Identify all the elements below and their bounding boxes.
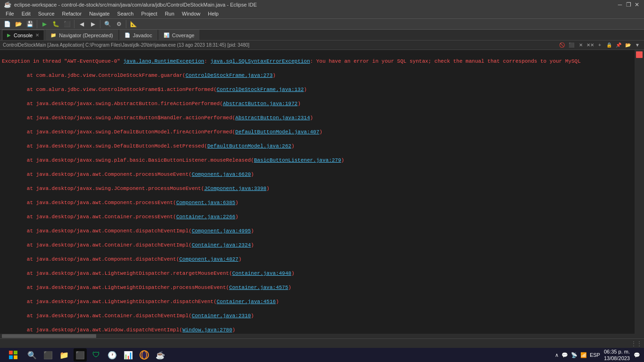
menu-search[interactable]: Search — [114, 10, 138, 17]
toolbar-sep-1 — [37, 20, 37, 28]
console-info: ControlDeStockMain [Java Application] C:… — [3, 42, 249, 48]
explorer-taskbar[interactable]: 📁 — [58, 348, 71, 362]
windows-icon — [9, 351, 17, 359]
antivirus-taskbar[interactable]: 🛡 — [90, 348, 103, 362]
toolbar-open[interactable]: 📂 — [13, 19, 24, 29]
link-16[interactable]: Container.java:4575 — [229, 285, 288, 290]
toolbar: 📄 📂 💾 ▶ 🐛 ⬛ ◀ ▶ 🔍 ⚙ 📐 — [0, 19, 644, 30]
toolbar-run[interactable]: ▶ — [39, 19, 50, 29]
console-terminate[interactable]: ⬛ — [568, 41, 575, 49]
menu-navigate[interactable]: Navigate — [85, 10, 113, 17]
link-13[interactable]: Container.java:2324 — [192, 242, 251, 248]
title-text: eclipse-workspace - control-de-stock/src… — [14, 2, 257, 8]
taskview-taskbar[interactable]: ⬛ — [41, 348, 55, 362]
console-content-wrapper: Exception in thread "AWT-EventQueue-0" j… — [0, 50, 644, 334]
console-new[interactable]: + — [596, 41, 603, 49]
close-button[interactable]: ✕ — [634, 1, 640, 8]
maximize-button[interactable]: ❐ — [625, 1, 632, 8]
terminal-taskbar[interactable]: ⬛ — [74, 348, 87, 362]
link-9[interactable]: JComponent.java:3398 — [204, 186, 266, 191]
taskbar-clock[interactable]: 06:35 p. m. 13/08/2023 — [604, 348, 630, 362]
eclipse-taskbar[interactable] — [138, 348, 151, 362]
output-line-4: at java.desktop/javax.swing.AbstractButt… — [2, 115, 633, 122]
console-container: ControlDeStockMain [Java Application] C:… — [0, 41, 644, 348]
minimize-button[interactable]: ─ — [617, 1, 623, 8]
tab-javadoc[interactable]: 📄 Javadoc — [119, 30, 157, 40]
link-15[interactable]: Container.java:4948 — [232, 271, 291, 276]
menu-project[interactable]: Project — [137, 10, 161, 17]
network-icon[interactable]: 📡 — [571, 352, 578, 358]
link-4[interactable]: AbstractButton.java:2314 — [235, 115, 310, 121]
link-14[interactable]: Component.java:4827 — [179, 256, 238, 262]
link-17[interactable]: Container.java:4516 — [216, 299, 275, 304]
menu-bar: File Edit Source Refactor Navigate Searc… — [0, 9, 644, 19]
console-open-file[interactable]: 📂 — [624, 41, 632, 49]
toolbar-search[interactable]: 🔍 — [102, 19, 113, 29]
notifications-button[interactable]: 💬 — [634, 352, 640, 358]
link-12[interactable]: Component.java:4995 — [192, 228, 251, 234]
start-button[interactable] — [4, 348, 23, 362]
toolbar-debug[interactable]: 🐛 — [50, 19, 61, 29]
menu-source[interactable]: Source — [34, 10, 58, 17]
link-sqlexception[interactable]: java.sql.SQLSyntaxErrorException — [210, 58, 310, 64]
menu-refactor[interactable]: Refactor — [58, 10, 86, 17]
console-tab-close[interactable]: ✕ — [35, 33, 39, 38]
toolbar-new[interactable]: 📄 — [2, 19, 12, 29]
link-6[interactable]: DefaultButtonModel.java:262 — [207, 143, 291, 149]
toolbar-save[interactable]: 💾 — [25, 19, 35, 29]
tab-navigator[interactable]: 📁 Navigator (Deprecated) — [45, 30, 118, 40]
search-taskbar[interactable]: 🔍 — [25, 348, 39, 362]
coverage-tab-label: Coverage — [172, 33, 195, 38]
toolbar-sep-3 — [100, 20, 100, 28]
menu-edit[interactable]: Edit — [18, 10, 34, 17]
menu-window[interactable]: Window — [178, 10, 204, 17]
javadoc-tab-label: Javadoc — [133, 33, 152, 38]
console-output[interactable]: Exception in thread "AWT-EventQueue-0" j… — [0, 50, 635, 334]
link-1[interactable]: ControlDeStockFrame.java:273 — [185, 73, 272, 78]
chat-icon[interactable]: 💬 — [561, 352, 568, 358]
link-8[interactable]: Component.java:6620 — [192, 172, 251, 177]
taskbar-notification-area: ∧ 💬 📡 📶 ESP — [555, 352, 600, 358]
h-scrollbar-thumb[interactable] — [2, 334, 96, 338]
console-pin[interactable]: 📌 — [615, 41, 622, 49]
panel-handle-icon: ⋮⋮ — [631, 340, 642, 347]
link-2[interactable]: ControlDeStockFrame.java:132 — [216, 87, 304, 92]
excel-taskbar[interactable]: 📊 — [122, 348, 135, 362]
console-remove-all[interactable]: ✕✕ — [586, 41, 594, 49]
right-sidebar — [635, 50, 644, 334]
toolbar-settings[interactable]: ⚙ — [114, 19, 124, 29]
console-remove[interactable]: ✕ — [577, 41, 585, 49]
console-clear[interactable]: 🚫 — [558, 41, 566, 49]
toolbar-stop[interactable]: ⬛ — [62, 19, 72, 29]
tab-console[interactable]: ▶ Console ✕ — [2, 30, 44, 40]
toolbar-back[interactable]: ◀ — [76, 19, 87, 29]
console-options[interactable]: ▼ — [634, 41, 641, 49]
taskbar-date: 13/08/2023 — [604, 355, 630, 362]
javadoc-tab-icon: 📄 — [124, 33, 130, 38]
tab-coverage[interactable]: 📊 Coverage — [158, 30, 200, 40]
link-runtimeexception[interactable]: java.lang.RuntimeException — [123, 58, 204, 64]
menu-help[interactable]: Help — [204, 10, 223, 17]
tabs-bar: ▶ Console ✕ 📁 Navigator (Deprecated) 📄 J… — [0, 30, 644, 41]
up-arrow-icon[interactable]: ∧ — [555, 352, 559, 358]
link-18[interactable]: Container.java:2310 — [192, 313, 251, 319]
toolbar-perspective[interactable]: 📐 — [128, 19, 139, 29]
toolbar-forward[interactable]: ▶ — [88, 19, 98, 29]
link-5[interactable]: DefaultButtonModel.java:407 — [235, 129, 319, 135]
link-7[interactable]: BasicButtonListener.java:279 — [254, 157, 341, 163]
link-10[interactable]: Component.java:6385 — [176, 200, 235, 206]
link-19[interactable]: Window.java:2780 — [182, 327, 232, 333]
h-scrollbar[interactable] — [0, 334, 644, 338]
svg-rect-3 — [14, 355, 17, 359]
language-indicator[interactable]: ESP — [590, 352, 600, 358]
link-11[interactable]: Container.java:2266 — [176, 214, 235, 220]
menu-run[interactable]: Run — [161, 10, 178, 17]
clock-taskbar[interactable]: 🕐 — [106, 348, 119, 362]
wifi-icon[interactable]: 📶 — [580, 352, 587, 358]
svg-rect-1 — [14, 351, 17, 354]
console-scroll-lock[interactable]: 🔒 — [605, 41, 613, 49]
java-taskbar[interactable]: ☕ — [154, 348, 167, 362]
link-3[interactable]: AbstractButton.java:1972 — [223, 101, 297, 107]
output-line-15: at java.desktop/java.awt.LightweightDisp… — [2, 270, 633, 277]
menu-file[interactable]: File — [2, 10, 18, 17]
